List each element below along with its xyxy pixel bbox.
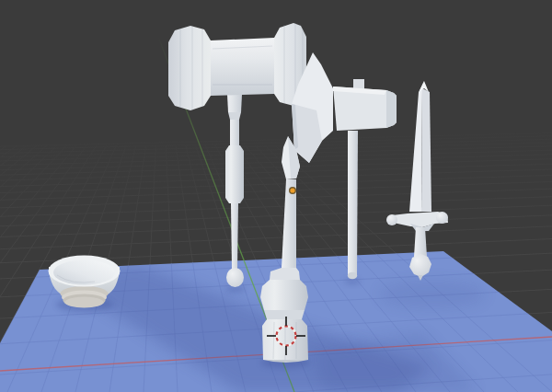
axe-handle-end xyxy=(348,272,357,280)
mallet-handle-taper xyxy=(228,112,241,120)
dagger-waist xyxy=(264,310,305,319)
bowl-interior xyxy=(53,260,115,285)
mallet-handle-shaft-lower xyxy=(231,203,238,269)
contact-shadow-axe xyxy=(344,279,361,284)
origin-dot xyxy=(289,187,296,194)
mallet-head-left-cap xyxy=(168,26,211,110)
mallet-handle-ball xyxy=(226,268,244,287)
3d-viewport[interactable] xyxy=(0,0,552,392)
sword-handle xyxy=(414,227,427,257)
cast-shadow-sword xyxy=(379,281,486,308)
mallet-handle-grip xyxy=(225,145,244,203)
sword-guard-ball-left xyxy=(386,214,397,225)
sword-guard-ball-right xyxy=(436,212,448,224)
scene-canvas xyxy=(0,0,552,392)
dagger-bulge xyxy=(260,280,308,310)
mallet-handle-shaft-upper xyxy=(230,120,239,145)
axe-head-poll xyxy=(386,90,397,128)
mallet-handle-socket xyxy=(227,95,242,112)
axe-handle xyxy=(348,131,358,276)
bowl-base xyxy=(65,297,104,308)
